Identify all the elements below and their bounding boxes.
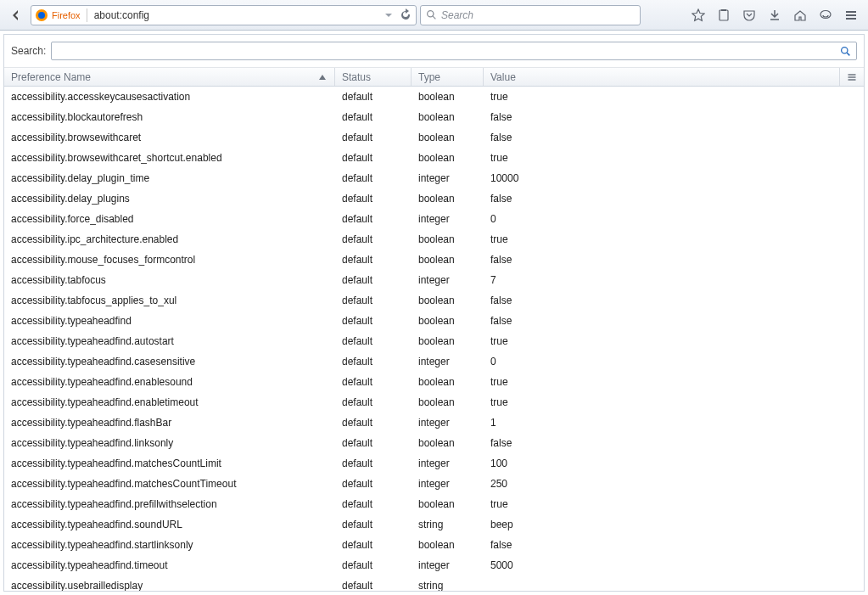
back-button[interactable] — [5, 4, 27, 26]
column-headers: Preference Name Status Type Value — [4, 68, 864, 87]
pref-value: beep — [484, 519, 864, 530]
menu-icon[interactable] — [839, 4, 863, 26]
pref-type: boolean — [412, 233, 484, 245]
pref-value: true — [484, 335, 864, 347]
pref-name: accessibility.typeaheadfind.matchesCount… — [4, 457, 335, 469]
pocket-icon[interactable] — [737, 4, 761, 26]
table-row[interactable]: accessibility.typeaheadfind.autostartdef… — [4, 331, 864, 351]
pref-value: true — [484, 233, 864, 245]
pref-status: default — [335, 519, 412, 530]
pref-status: default — [335, 315, 412, 327]
reload-icon[interactable] — [399, 8, 412, 22]
table-row[interactable]: accessibility.mouse_focuses_formcontrold… — [4, 250, 864, 270]
search-go-icon[interactable] — [840, 46, 851, 57]
svg-point-1 — [38, 12, 45, 19]
column-header-name[interactable]: Preference Name — [4, 68, 335, 86]
table-row[interactable]: accessibility.typeaheadfind.prefillwiths… — [4, 494, 864, 514]
table-row[interactable]: accessibility.usebrailledisplaydefaultst… — [4, 575, 864, 591]
pref-type: boolean — [412, 132, 484, 143]
url-bar[interactable]: Firefox about:config — [31, 5, 417, 25]
pref-name: accessibility.browsewithcaret — [4, 132, 335, 143]
pref-type: integer — [412, 457, 484, 469]
home-icon[interactable] — [788, 4, 812, 26]
hello-icon[interactable] — [814, 4, 837, 26]
table-row[interactable]: accessibility.typeaheadfind.linksonlydef… — [4, 433, 864, 453]
pref-status: default — [335, 356, 412, 368]
table-row[interactable]: accessibility.browsewithcaret_shortcut.e… — [4, 148, 864, 168]
column-header-name-label: Preference Name — [11, 71, 91, 83]
table-row[interactable]: accessibility.typeaheadfind.matchesCount… — [4, 453, 864, 474]
pref-name: accessibility.typeaheadfind.casesensitiv… — [4, 356, 335, 368]
column-picker[interactable] — [840, 68, 864, 86]
pref-type: boolean — [412, 396, 484, 408]
pref-name: accessibility.browsewithcaret_shortcut.e… — [4, 152, 335, 164]
aboutconfig-content: Search: Preference Name Status Type Valu… — [3, 34, 865, 592]
url-separator — [87, 8, 87, 22]
pref-value: false — [484, 295, 864, 306]
table-row[interactable]: accessibility.typeaheadfind.casesensitiv… — [4, 351, 864, 372]
history-dropdown-icon[interactable] — [382, 8, 395, 22]
preferences-table[interactable]: accessibility.accesskeycausesactivationd… — [4, 87, 864, 591]
pref-name: accessibility.typeaheadfind.enablesound — [4, 376, 335, 388]
pref-name: accessibility.typeaheadfind.enabletimeou… — [4, 396, 335, 408]
svg-point-7 — [842, 47, 848, 53]
pref-type: boolean — [412, 376, 484, 388]
pref-type: integer — [412, 417, 484, 429]
pref-status: default — [335, 457, 412, 469]
search-input[interactable] — [51, 42, 857, 60]
pref-value: 10000 — [484, 172, 864, 184]
pref-name: accessibility.typeaheadfind.flashBar — [4, 417, 335, 429]
pref-name: accessibility.typeaheadfind — [4, 315, 335, 327]
pref-name: accessibility.ipc_architecture.enabled — [4, 233, 335, 245]
table-row[interactable]: accessibility.typeaheadfinddefaultboolea… — [4, 311, 864, 331]
pref-name: accessibility.typeaheadfind.timeout — [4, 559, 335, 571]
pref-type: boolean — [412, 111, 484, 123]
table-row[interactable]: accessibility.delay_plugin_timedefaultin… — [4, 168, 864, 188]
svg-point-2 — [428, 11, 434, 17]
pref-value: false — [484, 193, 864, 205]
pref-type: boolean — [412, 315, 484, 327]
clipboard-icon[interactable] — [712, 4, 736, 26]
table-row[interactable]: accessibility.accesskeycausesactivationd… — [4, 87, 864, 107]
pref-value: false — [484, 315, 864, 327]
column-header-value[interactable]: Value — [484, 68, 840, 86]
pref-type: integer — [412, 172, 484, 184]
svg-rect-9 — [848, 74, 856, 76]
browser-toolbar: Firefox about:config Search — [0, 0, 868, 31]
pref-value: false — [484, 132, 864, 143]
url-text[interactable]: about:config — [91, 9, 378, 21]
table-row[interactable]: accessibility.typeaheadfind.soundURLdefa… — [4, 514, 864, 535]
table-row[interactable]: accessibility.tabfocusdefaultinteger7 — [4, 270, 864, 290]
table-row[interactable]: accessibility.ipc_architecture.enabledde… — [4, 229, 864, 250]
table-row[interactable]: accessibility.typeaheadfind.matchesCount… — [4, 474, 864, 494]
pref-type: integer — [412, 356, 484, 368]
downloads-icon[interactable] — [763, 4, 787, 26]
pref-value: true — [484, 152, 864, 164]
pref-name: accessibility.typeaheadfind.linksonly — [4, 437, 335, 449]
table-row[interactable]: accessibility.blockautorefreshdefaultboo… — [4, 107, 864, 127]
table-row[interactable]: accessibility.typeaheadfind.startlinkson… — [4, 535, 864, 555]
table-row[interactable]: accessibility.delay_pluginsdefaultboolea… — [4, 188, 864, 209]
table-row[interactable]: accessibility.browsewithcaretdefaultbool… — [4, 127, 864, 148]
table-row[interactable]: accessibility.force_disableddefaultinteg… — [4, 209, 864, 229]
column-header-status[interactable]: Status — [335, 68, 412, 86]
table-row[interactable]: accessibility.typeaheadfind.enabletimeou… — [4, 392, 864, 413]
browser-search-bar[interactable]: Search — [420, 5, 641, 25]
pref-name: accessibility.accesskeycausesactivation — [4, 91, 335, 103]
table-row[interactable]: accessibility.typeaheadfind.enablesoundd… — [4, 372, 864, 392]
pref-name: accessibility.tabfocus — [4, 274, 335, 286]
svg-line-8 — [847, 53, 849, 55]
table-row[interactable]: accessibility.typeaheadfind.flashBardefa… — [4, 413, 864, 433]
column-picker-icon — [847, 72, 857, 82]
table-row[interactable]: accessibility.typeaheadfind.timeoutdefau… — [4, 555, 864, 575]
bookmark-star-icon[interactable] — [686, 4, 710, 26]
table-row[interactable]: accessibility.tabfocus_applies_to_xuldef… — [4, 290, 864, 311]
column-header-type[interactable]: Type — [412, 68, 484, 86]
pref-value: false — [484, 111, 864, 123]
pref-status: default — [335, 233, 412, 245]
pref-status: default — [335, 274, 412, 286]
search-row: Search: — [4, 35, 864, 68]
pref-status: default — [335, 91, 412, 103]
pref-name: accessibility.delay_plugins — [4, 193, 335, 205]
pref-type: boolean — [412, 152, 484, 164]
